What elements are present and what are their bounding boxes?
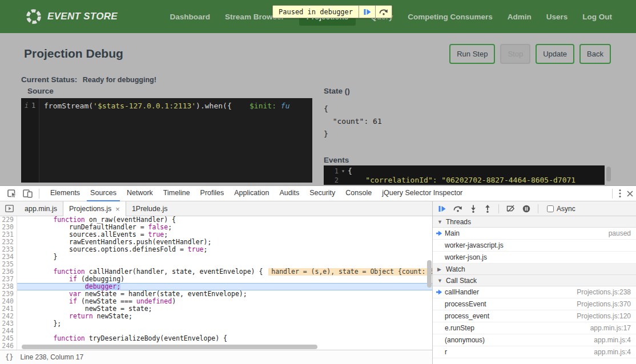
stack-frame-callhandler[interactable]: callHandlerProjections.js:238 bbox=[433, 286, 636, 298]
tab-profiles[interactable]: Profiles bbox=[197, 186, 228, 201]
watch-section-header[interactable]: ▶ Watch bbox=[433, 264, 636, 275]
tab-elements[interactable]: Elements bbox=[47, 186, 83, 201]
code-line-237: 237 if (debugging) bbox=[0, 276, 432, 283]
step-into-button[interactable] bbox=[470, 205, 477, 213]
tab-sources[interactable]: Sources bbox=[87, 186, 120, 201]
code-line-244: 244 bbox=[0, 327, 432, 335]
close-tab-icon[interactable]: × bbox=[115, 205, 120, 213]
resume-button[interactable] bbox=[438, 205, 446, 212]
code-text[interactable] bbox=[17, 261, 432, 268]
controls-divider bbox=[498, 204, 499, 213]
code-text[interactable]: }; bbox=[17, 320, 432, 327]
nav-item-users[interactable]: Users bbox=[546, 8, 568, 26]
code-text[interactable]: function tryDeserializeBody(eventEnvelop… bbox=[17, 335, 432, 342]
events-line: 1▾{ bbox=[324, 167, 605, 176]
async-checkbox[interactable] bbox=[547, 205, 554, 212]
stack-frame-anonymous[interactable]: (anonymous)app.min.js:4 bbox=[433, 334, 636, 346]
file-tab-label: 1Prelude.js bbox=[132, 205, 168, 213]
nav-item-competing-consumers[interactable]: Competing Consumers bbox=[408, 8, 493, 26]
code-text[interactable] bbox=[17, 327, 432, 335]
callstack-title: Call Stack bbox=[446, 277, 477, 285]
nav-item-dashboard[interactable]: Dashboard bbox=[170, 8, 211, 26]
stack-frame-processevent[interactable]: processEventProjections.js:370 bbox=[433, 298, 636, 310]
code-text[interactable]: sources.allEvents = true; bbox=[17, 231, 432, 238]
pretty-print-icon[interactable]: {} bbox=[5, 353, 13, 361]
events-line: 2 "correlationId": "06202702-8827-4464-8… bbox=[324, 176, 605, 185]
code-line-230: 230 runDefaultHandler = false; bbox=[0, 224, 432, 231]
code-text[interactable]: runDefaultHandler = false; bbox=[17, 224, 432, 231]
thread-worker-json-js[interactable]: worker-json.js bbox=[433, 252, 636, 264]
callstack-section-header[interactable]: ▼ Call Stack bbox=[433, 275, 636, 286]
line-number[interactable]: 246 bbox=[0, 342, 17, 350]
thread-worker-javascript-js[interactable]: worker-javascript.js bbox=[433, 240, 636, 252]
step-out-button[interactable] bbox=[484, 205, 491, 213]
code-text[interactable]: } bbox=[17, 253, 432, 261]
stack-frame-r[interactable]: rapp.min.js:4 bbox=[433, 346, 636, 358]
device-toolbar-icon[interactable] bbox=[20, 189, 35, 198]
tab-timeline[interactable]: Timeline bbox=[160, 186, 194, 201]
events-editor[interactable]: 1▾{2 "correlationId": "06202702-8827-446… bbox=[324, 165, 605, 185]
code-text[interactable]: sources.options.definesFold = true; bbox=[17, 246, 432, 253]
tab-console[interactable]: Console bbox=[342, 186, 375, 201]
code-editor[interactable]: 229 function on_raw(eventHandler) {230 r… bbox=[0, 216, 432, 350]
brand-logo[interactable]: EVENT STORE bbox=[25, 8, 118, 25]
stack-frame-e-runstep[interactable]: e.runStepapp.min.js:17 bbox=[433, 322, 636, 334]
tab-jquery-selector-inspector[interactable]: jQuery Selector Inspector bbox=[379, 186, 466, 201]
devtools-tabs: ElementsSourcesNetworkTimelineProfilesAp… bbox=[45, 186, 468, 201]
threads-title: Threads bbox=[446, 218, 471, 226]
inline-value-annotation: handler = (s,e), state = Object {count: … bbox=[268, 268, 432, 276]
step-over-button[interactable] bbox=[375, 6, 392, 18]
code-text[interactable]: return newState; bbox=[17, 313, 432, 320]
file-tab-app-min-js[interactable]: app.min.js bbox=[19, 201, 63, 216]
code-line-235: 235 bbox=[0, 261, 432, 268]
thread-main[interactable]: Mainpaused bbox=[433, 228, 636, 240]
code-text[interactable]: function on_raw(eventHandler) { bbox=[17, 216, 432, 224]
back-button[interactable]: Back bbox=[579, 44, 611, 64]
threads-section-header[interactable]: ▼ Threads bbox=[433, 216, 636, 228]
gutter-info-icon: i bbox=[25, 102, 29, 110]
callstack-list: callHandlerProjections.js:238processEven… bbox=[433, 286, 636, 358]
paused-banner-text: Paused in debugger bbox=[273, 6, 359, 18]
vertical-scrollbar-thumb[interactable] bbox=[427, 260, 432, 288]
brand-name: EVENT STORE bbox=[47, 11, 118, 22]
nav-item-admin[interactable]: Admin bbox=[508, 8, 532, 26]
pause-on-exceptions-button[interactable] bbox=[522, 205, 530, 213]
source-editor[interactable]: i 1 fromStream('$stats-127.0.0.1:2113').… bbox=[21, 98, 312, 183]
stack-frame-process-event[interactable]: process_eventProjections.js:120 bbox=[433, 310, 636, 322]
close-devtools-icon[interactable] bbox=[624, 191, 636, 197]
resume-button[interactable] bbox=[359, 6, 375, 18]
sources-pane: app.min.jsProjections.js×1Prelude.js 229… bbox=[0, 201, 433, 364]
run-step-button[interactable]: Run Step bbox=[449, 44, 495, 64]
tab-network[interactable]: Network bbox=[123, 186, 156, 201]
deactivate-breakpoints-button[interactable] bbox=[506, 205, 515, 212]
update-button[interactable]: Update bbox=[536, 44, 574, 64]
file-tab-1prelude-js[interactable]: 1Prelude.js bbox=[126, 201, 174, 216]
code-line-242: 242 return newState; bbox=[0, 313, 432, 320]
events-line-number: 2 bbox=[324, 176, 339, 185]
frame-location: Projections.js:370 bbox=[577, 300, 631, 308]
tab-application[interactable]: Application bbox=[231, 186, 272, 201]
execution-arrow-icon bbox=[436, 289, 445, 295]
code-text[interactable]: function callHandler(handler, state, eve… bbox=[17, 268, 432, 276]
more-menu-icon[interactable] bbox=[616, 189, 624, 198]
code-text[interactable]: rawEventHandlers.push(eventHandler); bbox=[17, 238, 432, 246]
thread-status: paused bbox=[609, 229, 631, 237]
tab-audits[interactable]: Audits bbox=[276, 186, 303, 201]
gutter-line-number: 1 bbox=[31, 102, 35, 110]
step-over-button[interactable] bbox=[453, 205, 462, 212]
devtools-body: app.min.jsProjections.js×1Prelude.js 229… bbox=[0, 201, 636, 364]
source-code-line: fromStream('$stats-127.0.0.1:2113').when… bbox=[39, 98, 290, 183]
code-text[interactable]: if (debugging) bbox=[17, 276, 432, 283]
code-text[interactable]: newState = state; bbox=[17, 305, 432, 313]
inspect-element-icon[interactable] bbox=[5, 189, 20, 198]
file-tab-projections-js[interactable]: Projections.js× bbox=[63, 201, 126, 216]
disclosure-triangle: ▼ bbox=[437, 278, 442, 284]
events-scrollbar-thumb[interactable] bbox=[606, 167, 611, 181]
nav-item-log-out[interactable]: Log Out bbox=[582, 8, 612, 26]
navigator-toggle-icon[interactable] bbox=[0, 201, 19, 216]
code-text[interactable]: debugger; bbox=[17, 283, 432, 290]
horizontal-scrollbar-thumb[interactable] bbox=[22, 345, 317, 349]
code-text[interactable]: if (newState === undefined) bbox=[17, 298, 432, 305]
code-text[interactable]: var newState = handler(state, eventEnvel… bbox=[17, 290, 432, 298]
tab-security[interactable]: Security bbox=[306, 186, 339, 201]
